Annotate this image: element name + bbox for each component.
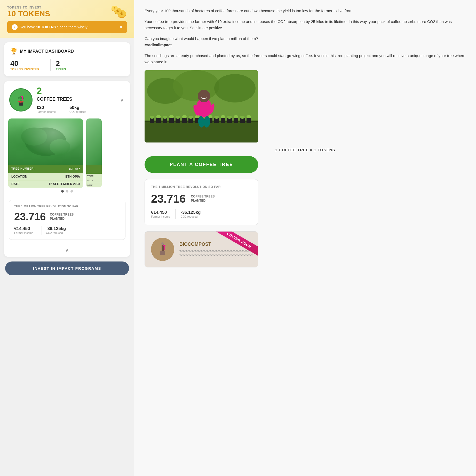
svg-point-44 (150, 116, 154, 119)
dashboard-trophy-icon: 🏆 (10, 48, 17, 55)
coins-icon: $ $ $ (109, 4, 127, 22)
biocompost-card: COMING SOON BIOCOMPOST xxxxxxxxxxxxxxxxx… (145, 231, 258, 267)
coffee-count: 2 (37, 86, 115, 97)
right-rev-main: 23.716 COFFEE TREESPLANTED (151, 192, 252, 205)
tree-cards-row: TREE NUMBER: #28737 LOCATION ETHIOPIA DA… (8, 118, 126, 188)
farmer-income-metric: €20 Farmer income (37, 105, 61, 113)
svg-rect-17 (22, 97, 23, 100)
coffee-trees-section: 2 COFFEE TREES €20 Farmer income 50kg CO… (4, 81, 130, 257)
dashboard-card: 🏆 MY IMPACT DASHBOARD 40 TOKENS INVESTED… (4, 42, 130, 76)
svg-rect-29 (156, 118, 161, 123)
left-revolution-card: THE 1 MILLION TREE REVOLUTION SO FAR 23.… (9, 200, 125, 240)
svg-point-61 (198, 90, 210, 102)
rev-co2: -36.125kg CO2 reduced (46, 226, 70, 234)
svg-text:$: $ (114, 7, 115, 10)
farmer-image (145, 70, 258, 142)
right-rev-farmer-income: €14.450 Farmer income (151, 210, 175, 218)
svg-point-58 (240, 116, 245, 119)
collapse-bottom-button[interactable]: ∧ (4, 244, 130, 257)
svg-rect-41 (234, 118, 238, 123)
tree-number-label: TREE NUMBER: (11, 167, 35, 171)
rev-farmer-income: €14.450 Farmer income (14, 226, 37, 234)
svg-rect-31 (169, 118, 174, 123)
plant-coffee-tree-button[interactable]: PLANT A COFFEE TREE (145, 156, 258, 173)
rev-farmer-income-label: Farmer income (14, 231, 33, 234)
right-rev-co2-label: CO2 reduced (181, 215, 201, 218)
coffee-token-equation: 1 COFFEE TREE = 1 TOKENS (145, 148, 466, 152)
svg-point-25 (214, 74, 256, 102)
svg-point-56 (227, 116, 232, 119)
rev-co2-value: -36.125kg (46, 226, 66, 231)
dot-1[interactable] (61, 190, 64, 193)
svg-point-16 (22, 101, 23, 102)
tree-date-row: DATE 12 SEPTEMBER 2023 (8, 180, 83, 188)
right-rev-number: 23.716 (151, 192, 186, 205)
right-revolution-title: THE 1 MILLION TREE REVOLUTION SO FAR (151, 185, 252, 189)
tree-card-partial-green (86, 165, 102, 174)
rev-divider (42, 226, 42, 235)
tree-partial-date: DATE (86, 183, 102, 187)
date-value: 12 SEPTEMBER 2023 (49, 182, 80, 186)
tokens-invested-stat: 40 TOKENS INVESTED (10, 59, 45, 71)
trees-stat: 2 TREES (56, 59, 72, 71)
right-rev-divider (175, 209, 176, 219)
banner-close-button[interactable]: × (120, 25, 122, 30)
location-label: LOCATION (11, 175, 27, 178)
rev-main: 23.716 COFFEE TREESPLANTED (14, 211, 120, 223)
hashtag: #radicalimpact (145, 43, 172, 47)
tree-icon-circle (9, 88, 33, 112)
metric-divider (65, 105, 65, 114)
tree-number-row-1: TREE NUMBER: #28737 (8, 165, 83, 173)
svg-rect-18 (21, 96, 23, 97)
left-revolution-title: THE 1 MILLION TREE REVOLUTION SO FAR (14, 205, 120, 208)
banner-text: You have 10 TOKENS Spend them wisely! (20, 25, 117, 29)
left-panel: TOKENS TO INVEST 10 TOKENS $ $ $ i You h… (0, 0, 134, 476)
rev-co2-label: CO2 reduced (46, 231, 66, 234)
right-panel: Every year 100 thousands of hectares of … (134, 0, 476, 476)
svg-point-48 (176, 116, 180, 119)
tree-card-info-1: TREE NUMBER: #28737 LOCATION ETHIOPIA DA… (8, 165, 83, 188)
svg-point-54 (214, 116, 219, 119)
invest-button[interactable]: INVEST IN IMPACT PROGRAMS (5, 261, 129, 275)
svg-rect-67 (160, 251, 165, 255)
tokens-banner: i You have 10 TOKENS Spend them wisely! … (7, 21, 127, 33)
tree-card-partial[interactable]: TREE LOCA DATE (86, 118, 102, 188)
svg-point-15 (20, 101, 22, 103)
co2-value: 50kg (69, 105, 86, 110)
collapse-button[interactable]: ∨ (119, 96, 125, 104)
svg-point-50 (188, 116, 193, 119)
svg-point-21 (50, 139, 70, 155)
dashboard-stats: 40 TOKENS INVESTED 2 TREES (10, 59, 124, 71)
svg-point-14 (18, 101, 20, 102)
date-label: DATE (11, 182, 20, 186)
right-rev-stats: €14.450 Farmer income -36.125kg CO2 redu… (151, 209, 252, 219)
banner-tokens-highlight: 10 TOKENS (36, 25, 56, 29)
stat-divider (50, 59, 51, 71)
trees-label: TREES (56, 68, 66, 71)
right-rev-co2-value: -36.125kg (181, 210, 201, 215)
dashboard-title: 🏆 MY IMPACT DASHBOARD (10, 48, 124, 55)
tree-partial-label: TREE (86, 174, 102, 178)
svg-point-59 (247, 115, 251, 118)
dot-3[interactable] (70, 190, 73, 193)
biocompost-description: xxxxxxxxxxxxxxxxxxxxxxxxxxxxxxxxxxxxxxxx… (179, 249, 253, 257)
coffee-metrics: €20 Farmer income 50kg CO2 reduced (37, 105, 115, 114)
rev-stats: €14.450 Farmer income -36.125kg CO2 redu… (14, 226, 120, 235)
right-rev-farmer-income-label: Farmer income (151, 215, 170, 218)
tokens-invested-label: TOKENS INVESTED (10, 68, 39, 71)
tree-card-1[interactable]: TREE NUMBER: #28737 LOCATION ETHIOPIA DA… (8, 118, 83, 188)
dot-2[interactable] (66, 190, 68, 193)
tree-image-partial (86, 118, 102, 165)
banner-info-icon: i (12, 24, 18, 30)
farmer-income-value: €20 (37, 105, 56, 110)
svg-rect-33 (182, 118, 187, 123)
coffee-header: 2 COFFEE TREES €20 Farmer income 50kg CO… (4, 81, 130, 118)
right-revolution-card: THE 1 MILLION TREE REVOLUTION SO FAR 23.… (145, 179, 258, 225)
svg-point-46 (163, 116, 167, 119)
right-text-2: Your coffee tree provides the farmer wit… (145, 19, 466, 31)
tokens-invested-number: 40 (10, 59, 39, 68)
coffee-info: 2 COFFEE TREES €20 Farmer income 50kg CO… (37, 86, 115, 114)
rev-farmer-income-value: €14.450 (14, 226, 33, 231)
tree-partial-location: LOCA (86, 178, 102, 183)
right-rev-farmer-income-value: €14.450 (151, 210, 170, 215)
